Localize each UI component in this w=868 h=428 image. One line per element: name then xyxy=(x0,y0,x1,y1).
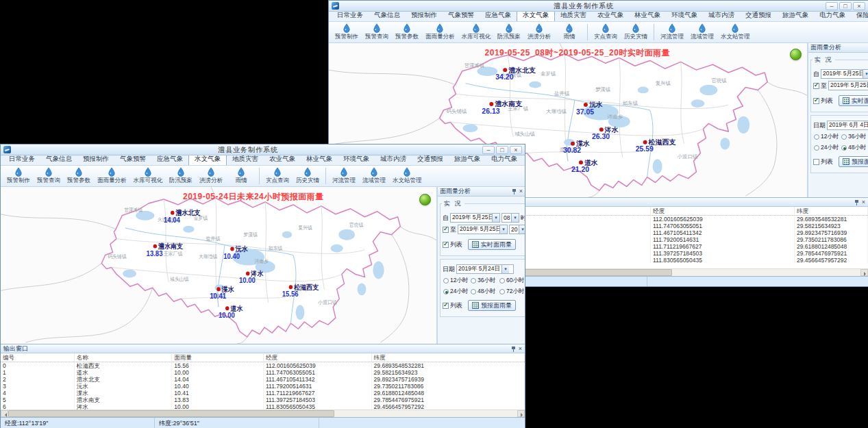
menu-tab[interactable]: 预报制作 xyxy=(77,155,114,165)
list-checkbox[interactable] xyxy=(813,98,819,104)
toolbar-button[interactable]: 灾点查询 xyxy=(591,23,621,42)
toolbar-button[interactable]: 历史灾情 xyxy=(293,166,323,186)
table-row[interactable]: 1道水10.00111.74706305505129.58215634923 xyxy=(1,369,525,376)
menu-tab[interactable]: 气象预警 xyxy=(114,155,151,165)
forecast-date-select[interactable]: 2019年 6月 4日 xyxy=(827,121,868,130)
menu-tab[interactable]: 交通预报 xyxy=(740,12,777,21)
to-checkbox[interactable] xyxy=(443,227,449,233)
forecast-span-radio[interactable]: 24小时 xyxy=(814,144,840,152)
pin-icon[interactable] xyxy=(511,346,517,352)
minimize-button[interactable]: – xyxy=(482,146,495,154)
map-area[interactable]: 甘溪滩镇火连坡镇金罗镇码头铺镇王家厂镇盐井镇大堰垱镇梦溪镇涔南乡复兴镇官垸镇如东… xyxy=(1,187,438,344)
forecast-span-radio[interactable]: 48小时 xyxy=(471,288,498,296)
menu-tab[interactable]: 日常业务 xyxy=(332,12,369,21)
to-date-select[interactable]: 2019年 5月25日 xyxy=(458,225,508,234)
pin-icon[interactable] xyxy=(854,199,860,205)
menu-tab[interactable]: 电力气象 xyxy=(486,155,523,165)
scroll-right-icon[interactable] xyxy=(860,269,868,276)
scroll-right-icon[interactable] xyxy=(517,410,525,417)
table-row[interactable]: 6涔水10.00111.83056505043529.4566457957292 xyxy=(1,403,525,410)
toolbar-button[interactable]: 预警参数 xyxy=(64,166,94,186)
menu-tab[interactable]: 地质灾害 xyxy=(227,155,264,165)
toolbar-button[interactable]: 水库可视化 xyxy=(130,166,166,186)
horizontal-scrollbar[interactable] xyxy=(1,410,525,417)
menu-tab[interactable]: 林业气象 xyxy=(629,12,666,21)
menu-tab[interactable]: 气象信息 xyxy=(369,12,406,21)
minimize-button[interactable]: – xyxy=(826,2,838,10)
toolbar-button[interactable]: 水文站管理 xyxy=(389,166,425,186)
map-canvas[interactable]: 甘溪滩镇火连坡镇金罗镇码头铺镇王家厂镇盐井镇大堰垱镇梦溪镇涔南乡复兴镇官垸镇如东… xyxy=(1,187,436,344)
title-bar[interactable]: 澧县业务制作系统 – □ × xyxy=(329,1,868,12)
panel-close-icon[interactable]: × xyxy=(519,346,522,352)
pin-icon[interactable] xyxy=(512,188,517,194)
to-date-select[interactable]: 2019年 5月25日 xyxy=(828,81,868,90)
toolbar-button[interactable]: 历史灾情 xyxy=(621,23,651,42)
from-hour-select[interactable]: 08 xyxy=(501,213,519,223)
forecast-span-radio[interactable]: 24小时 xyxy=(443,288,469,296)
from-date-select[interactable]: 2019年 5月25日 xyxy=(821,69,868,79)
forecast-span-radio[interactable]: 60小时 xyxy=(499,277,525,285)
toolbar-button[interactable]: 雨情 xyxy=(554,23,584,42)
title-bar[interactable]: 澧县业务制作系统 – □ × xyxy=(1,144,525,155)
menu-tab[interactable]: 应急气象 xyxy=(480,12,517,21)
menu-tab[interactable]: 水文气象 xyxy=(188,155,227,165)
menu-tab[interactable]: 应急气象 xyxy=(151,155,188,165)
toolbar-button[interactable]: 水文站管理 xyxy=(717,23,754,42)
menu-tab[interactable]: 气象预警 xyxy=(443,12,480,21)
live-rainfall-button[interactable]: 实时面雨量 xyxy=(839,95,868,106)
toolbar-button[interactable]: 河流管理 xyxy=(329,166,359,186)
scroll-left-icon[interactable] xyxy=(1,410,8,417)
menu-tab[interactable]: 地质灾害 xyxy=(555,12,592,21)
table-row[interactable]: 2澧水北支14.04111.46710541134229.89234757169… xyxy=(1,376,525,383)
menu-tab[interactable]: 交通预报 xyxy=(412,155,449,165)
toolbar-button[interactable]: 河流管理 xyxy=(657,23,687,42)
forecast-date-select[interactable]: 2019年 5月24日 xyxy=(456,264,514,274)
menu-tab[interactable]: 保险气象 xyxy=(851,12,868,21)
menu-tab[interactable]: 农业气象 xyxy=(264,155,301,165)
panel-close-icon[interactable]: × xyxy=(519,188,523,194)
menu-tab[interactable]: 城市内涝 xyxy=(375,155,412,165)
menu-tab[interactable]: 气象信息 xyxy=(40,155,77,165)
list-checkbox[interactable] xyxy=(813,159,819,165)
map-action-button[interactable] xyxy=(790,49,802,60)
list-checkbox[interactable] xyxy=(443,303,449,309)
menu-tab[interactable]: 预报制作 xyxy=(406,12,443,21)
table-row[interactable]: 4渫水10.41111.71121966762729.6188012485048 xyxy=(1,390,525,396)
map-action-button[interactable] xyxy=(419,194,431,205)
forecast-span-radio[interactable]: 36小时 xyxy=(471,277,498,285)
menu-tab[interactable]: 保险气象 xyxy=(523,155,525,165)
live-rainfall-button[interactable]: 实时面雨量 xyxy=(468,239,516,250)
forecast-span-radio[interactable]: 12小时 xyxy=(443,277,469,285)
table-row[interactable]: 5澧水南支13.83111.39725718450329.78544769759… xyxy=(1,396,525,403)
toolbar-button[interactable]: 防汛预案 xyxy=(166,166,196,186)
menu-tab[interactable]: 水文气象 xyxy=(517,12,555,21)
to-checkbox[interactable] xyxy=(813,83,819,89)
list-checkbox[interactable] xyxy=(443,242,449,248)
toolbar-button[interactable]: 雨情 xyxy=(226,166,256,186)
menu-tab[interactable]: 日常业务 xyxy=(3,155,40,165)
toolbar-button[interactable]: 洪涝分析 xyxy=(196,166,226,186)
toolbar-button[interactable]: 流域管理 xyxy=(687,23,717,42)
toolbar-button[interactable]: 防汛预案 xyxy=(494,23,524,42)
menu-tab[interactable]: 旅游气象 xyxy=(449,155,486,165)
forecast-span-radio[interactable]: 72小时 xyxy=(499,288,525,296)
menu-tab[interactable]: 环境气象 xyxy=(338,155,375,165)
toolbar-button[interactable]: 面雨量分析 xyxy=(94,166,130,186)
table-row[interactable]: 0松滋西支15.56112.00160562503929.68935485322… xyxy=(1,362,525,369)
from-date-select[interactable]: 2019年 5月25日 xyxy=(450,213,500,223)
maximize-button[interactable]: □ xyxy=(839,2,852,10)
maximize-button[interactable]: □ xyxy=(496,146,508,154)
forecast-span-radio[interactable]: 48小时 xyxy=(841,144,868,152)
close-button[interactable]: × xyxy=(510,146,522,154)
scrollbar-thumb[interactable] xyxy=(8,410,334,417)
forecast-span-radio[interactable]: 36小时 xyxy=(841,133,868,141)
menu-tab[interactable]: 电力气象 xyxy=(814,12,851,21)
toolbar-button[interactable]: 流域管理 xyxy=(359,166,389,186)
forecast-rainfall-button[interactable]: 预报面雨量 xyxy=(468,300,516,311)
menu-tab[interactable]: 农业气象 xyxy=(592,12,629,21)
toolbar-button[interactable]: 预警查询 xyxy=(362,23,392,42)
menu-tab[interactable]: 环境气象 xyxy=(666,12,703,21)
forecast-span-radio[interactable]: 12小时 xyxy=(814,133,840,141)
toolbar-button[interactable]: 预警制作 xyxy=(3,166,34,186)
panel-close-icon[interactable]: × xyxy=(862,199,865,205)
